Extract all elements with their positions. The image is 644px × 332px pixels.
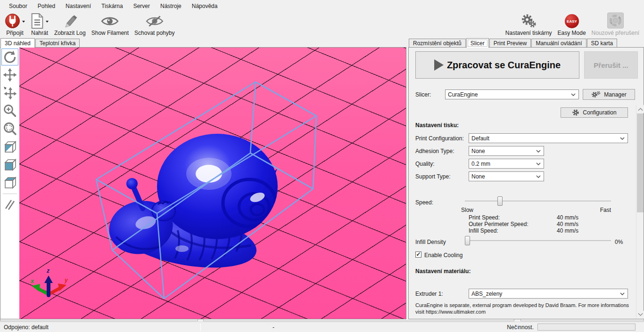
menu-nastaveni[interactable]: Nastavení xyxy=(60,1,96,11)
menu-nastroje[interactable]: Nástroje xyxy=(155,1,187,11)
adhesion-type-select[interactable]: None xyxy=(469,146,544,156)
enable-cooling-label: Enable Cooling xyxy=(424,252,462,259)
tab-slicer[interactable]: Slicer xyxy=(466,38,489,48)
support-type-select[interactable]: None xyxy=(469,171,544,181)
material-settings-title: Nastavení materiálu: xyxy=(415,268,471,275)
infill-density-thumb[interactable] xyxy=(465,236,470,245)
speed-slider-thumb[interactable] xyxy=(497,196,503,206)
menu-soubor[interactable]: Soubor xyxy=(4,1,33,11)
printer-settings-label: Nastavení tiskárny xyxy=(505,30,552,36)
speed-slider-track[interactable] xyxy=(465,201,611,202)
menu-napoveda[interactable]: Nápověda xyxy=(187,1,223,11)
slice-button[interactable]: Zpracovat se CuraEngine xyxy=(415,51,579,79)
slicer-panel: Zpracovat se CuraEngine Přerušit ... Sli… xyxy=(408,47,644,319)
load-dropdown-caret[interactable] xyxy=(46,21,49,24)
hide-travel-button[interactable]: Schovat pohyby xyxy=(132,12,177,37)
parallel-projection-button[interactable] xyxy=(1,196,18,213)
speed-label: Speed: xyxy=(415,199,433,206)
tab-sd-card[interactable]: SD karta xyxy=(587,39,618,47)
eye-slash-icon xyxy=(146,15,164,27)
menu-server[interactable]: Server xyxy=(128,1,155,11)
printer-settings-button[interactable]: Nastavení tiskárny xyxy=(503,12,555,37)
load-label: Nahrát xyxy=(31,30,48,36)
infill-density-slider[interactable] xyxy=(465,236,611,245)
emergency-stop-icon xyxy=(607,12,624,29)
tab-print-preview[interactable]: Print Preview xyxy=(489,39,531,47)
easy-mode-label: Easy Mode xyxy=(558,30,586,36)
parallel-lines-icon xyxy=(3,197,17,211)
main-toolbar: Připojit Nahrát Zobrazit Lo xyxy=(0,12,644,38)
scrollbar-thumb[interactable] xyxy=(637,113,644,212)
infill-speed-value: 40 mm/s xyxy=(557,227,578,234)
move-object-icon xyxy=(3,86,17,100)
pencil-icon xyxy=(62,13,78,29)
infill-density-label: Infill Density xyxy=(415,239,446,245)
viewport-frame: x z y xyxy=(0,47,406,319)
iso-view-button[interactable] xyxy=(1,138,18,155)
check-icon: ✓ xyxy=(416,252,421,257)
tab-manual-control[interactable]: Manuální ovládání xyxy=(531,39,586,47)
speed-fast-label: Fast xyxy=(597,207,611,213)
print-configuration-select[interactable]: Default xyxy=(469,133,628,143)
rotate-view-button[interactable] xyxy=(1,49,18,65)
speed-slider[interactable] xyxy=(465,196,611,206)
gear-icon xyxy=(572,109,579,116)
zoom-fit-button[interactable] xyxy=(1,120,18,137)
load-button[interactable]: Nahrát xyxy=(28,12,51,37)
easy-mode-button[interactable]: EASY Easy Mode xyxy=(555,12,589,37)
zoom-in-button[interactable] xyxy=(1,102,18,119)
play-icon xyxy=(434,59,444,71)
configuration-button-label: Configuration xyxy=(583,109,616,116)
pan-view-button[interactable] xyxy=(1,66,18,83)
control-pane: Rozmístění objektů Slicer Print Preview … xyxy=(408,38,644,319)
menu-tiskarna[interactable]: Tiskárna xyxy=(96,1,128,11)
status-progress-bar xyxy=(537,324,636,331)
connect-dropdown-caret[interactable] xyxy=(22,21,25,24)
outer-perimeter-speed-value: 40 mm/s xyxy=(557,221,578,227)
show-log-button[interactable]: Zobrazit Log xyxy=(51,12,89,37)
tab-temperature-curve[interactable]: Teplotní křivka xyxy=(35,39,80,47)
connect-label: Připojit xyxy=(6,30,24,36)
top-view-button[interactable] xyxy=(1,174,18,191)
panel-scrollbar[interactable] xyxy=(636,105,644,319)
plug-icon xyxy=(5,13,20,29)
status-divider xyxy=(200,323,201,331)
tab-3d-view[interactable]: 3D náhled xyxy=(0,38,35,48)
configuration-button[interactable]: Configuration xyxy=(561,107,628,118)
extruder-label: Extruder 1: xyxy=(415,291,443,297)
chevron-down-icon xyxy=(620,137,625,140)
scroll-up-button[interactable] xyxy=(636,105,644,113)
menu-pohled[interactable]: Pohled xyxy=(33,1,60,11)
easy-mode-icon: EASY xyxy=(564,14,579,29)
repetier-host-window: Soubor Pohled Nastavení Tiskárna Server … xyxy=(0,0,644,332)
rotate-icon xyxy=(3,50,17,64)
document-icon xyxy=(31,13,44,29)
svg-text:x: x xyxy=(30,278,34,284)
emergency-stop-label: Nouzové přerušení xyxy=(592,30,639,36)
move-object-button[interactable] xyxy=(1,84,18,101)
axis-indicator: x z y xyxy=(30,267,68,295)
chevron-down-icon xyxy=(638,311,643,316)
iso-cube-icon xyxy=(3,139,17,154)
slicer-select[interactable]: CuraEngine xyxy=(445,89,579,99)
3d-canvas[interactable]: x z y xyxy=(19,48,406,319)
infill-density-track[interactable] xyxy=(465,240,611,242)
extruder-select[interactable]: ABS_zeleny xyxy=(469,289,628,299)
print-speed-value: 40 mm/s xyxy=(557,214,578,221)
support-type-value: None xyxy=(471,173,536,180)
manager-button[interactable]: Manager xyxy=(583,89,635,100)
quality-select[interactable]: 0.2 mm xyxy=(469,159,544,169)
view-tabstrip: 3D náhled Teplotní křivka xyxy=(0,38,406,47)
chevron-down-icon xyxy=(536,162,541,165)
print-configuration-value: Default xyxy=(471,135,620,142)
view-pane: 3D náhled Teplotní křivka xyxy=(0,38,406,319)
toolbar-separator xyxy=(3,194,17,194)
tab-object-placement[interactable]: Rozmístění objektů xyxy=(409,39,466,47)
printer-state-label: Nečinnost. xyxy=(507,324,534,331)
connect-button[interactable]: Připojit xyxy=(2,12,28,37)
svg-text:z: z xyxy=(46,267,50,274)
show-filament-button[interactable]: Show Filament xyxy=(89,12,132,37)
scroll-down-button[interactable] xyxy=(636,311,644,319)
enable-cooling-checkbox[interactable]: ✓ xyxy=(415,251,421,258)
front-view-button[interactable] xyxy=(1,156,18,173)
